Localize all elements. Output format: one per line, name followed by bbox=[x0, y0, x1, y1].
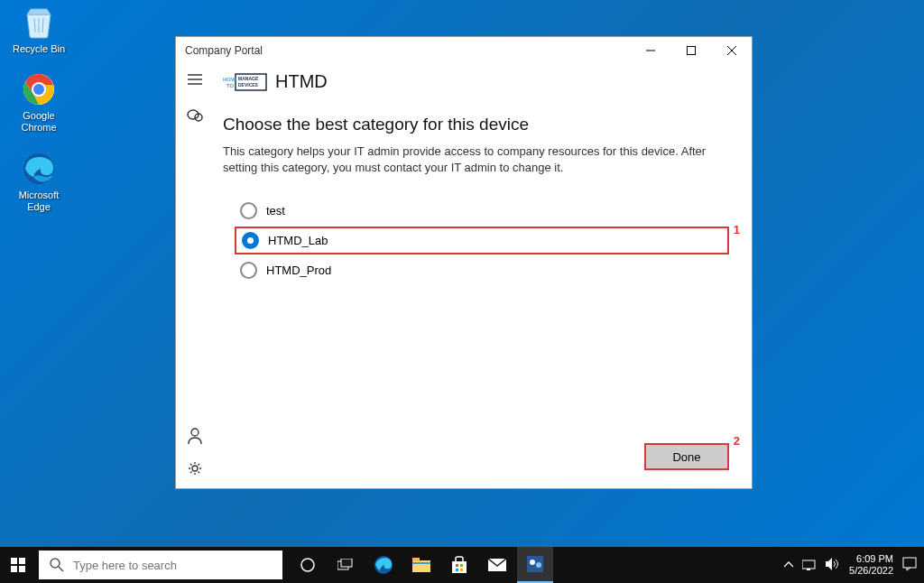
tray-icons bbox=[784, 558, 840, 572]
taskbar-mail[interactable] bbox=[479, 547, 515, 583]
svg-point-41 bbox=[536, 562, 541, 568]
svg-rect-36 bbox=[456, 569, 458, 571]
svg-rect-33 bbox=[452, 561, 467, 573]
svg-rect-35 bbox=[460, 564, 463, 567]
tray-notifications-icon[interactable] bbox=[902, 557, 917, 573]
svg-line-25 bbox=[59, 567, 63, 571]
svg-rect-21 bbox=[19, 558, 25, 564]
content-area: MANAGEDEVICESHOWTO HTMD Choose the best … bbox=[214, 64, 752, 488]
svg-rect-44 bbox=[903, 558, 916, 568]
icon-label: Microsoft Edge bbox=[7, 190, 70, 213]
radio-option-test[interactable]: test bbox=[235, 199, 729, 223]
page-title: Choose the best category for this device bbox=[223, 115, 729, 134]
tray-network-icon[interactable] bbox=[802, 558, 817, 572]
svg-text:HOW: HOW bbox=[223, 77, 236, 82]
svg-rect-34 bbox=[456, 564, 458, 567]
close-button[interactable] bbox=[711, 37, 752, 64]
annotation-1: 1 bbox=[734, 223, 740, 236]
done-button[interactable]: Done bbox=[644, 443, 729, 470]
radio-option-htmd-lab[interactable]: HTMD_Lab 1 bbox=[235, 227, 729, 254]
svg-rect-31 bbox=[412, 558, 420, 561]
svg-point-13 bbox=[191, 429, 199, 436]
radio-icon bbox=[240, 202, 257, 219]
svg-point-14 bbox=[192, 466, 198, 471]
radio-label: HTMD_Prod bbox=[266, 264, 331, 277]
start-button[interactable] bbox=[0, 547, 36, 583]
edge-icon bbox=[21, 151, 57, 187]
devices-icon[interactable] bbox=[187, 107, 203, 125]
gear-icon[interactable] bbox=[188, 461, 202, 479]
chrome-icon bbox=[21, 71, 57, 107]
desktop-icon-edge[interactable]: Microsoft Edge bbox=[7, 151, 70, 213]
taskbar-explorer[interactable] bbox=[403, 547, 439, 583]
taskbar-apps bbox=[290, 547, 553, 583]
icon-label: Google Chrome bbox=[7, 110, 70, 134]
svg-rect-20 bbox=[11, 558, 17, 564]
sidebar bbox=[176, 64, 214, 488]
window-body: MANAGEDEVICESHOWTO HTMD Choose the best … bbox=[176, 64, 752, 488]
svg-rect-28 bbox=[341, 559, 352, 567]
tray-chevron-icon[interactable] bbox=[784, 560, 793, 570]
radio-icon bbox=[240, 262, 257, 279]
window-controls bbox=[630, 37, 752, 64]
user-icon[interactable] bbox=[188, 428, 202, 448]
taskbar: 6:09 PM 5/26/2022 bbox=[0, 547, 924, 583]
category-radio-group: test HTMD_Lab 1 HTMD_Prod bbox=[223, 199, 729, 282]
svg-point-2 bbox=[33, 84, 44, 95]
search-input[interactable] bbox=[73, 559, 272, 572]
desktop-icons: Recycle Bin Google Chrome Microsoft Edge bbox=[7, 5, 70, 213]
app-header: MANAGEDEVICESHOWTO HTMD bbox=[223, 71, 729, 92]
svg-rect-37 bbox=[460, 569, 463, 571]
svg-point-40 bbox=[530, 560, 535, 565]
taskbar-taskview[interactable] bbox=[328, 547, 364, 583]
button-row: 2 Done bbox=[223, 443, 729, 470]
svg-text:TO: TO bbox=[226, 83, 235, 88]
taskbar-edge[interactable] bbox=[365, 547, 402, 583]
tray-volume-icon[interactable] bbox=[826, 558, 840, 572]
taskbar-cortana[interactable] bbox=[290, 547, 326, 583]
recycle-bin-icon bbox=[21, 5, 57, 41]
hamburger-icon[interactable] bbox=[188, 73, 202, 89]
taskbar-store[interactable] bbox=[441, 547, 477, 583]
radio-label: HTMD_Lab bbox=[268, 234, 328, 247]
page-description: This category helps your IT admin provid… bbox=[223, 143, 729, 176]
svg-rect-32 bbox=[412, 562, 430, 564]
svg-rect-42 bbox=[802, 560, 815, 569]
svg-text:DEVICES: DEVICES bbox=[238, 82, 259, 88]
search-icon bbox=[50, 558, 64, 572]
svg-rect-5 bbox=[687, 47, 695, 55]
window-title: Company Portal bbox=[185, 44, 263, 57]
tray-clock[interactable]: 6:09 PM 5/26/2022 bbox=[849, 553, 893, 577]
radio-label: test bbox=[266, 204, 285, 217]
system-tray: 6:09 PM 5/26/2022 bbox=[784, 553, 924, 577]
radio-option-htmd-prod[interactable]: HTMD_Prod bbox=[235, 258, 729, 282]
radio-icon bbox=[242, 232, 259, 249]
app-name: HTMD bbox=[275, 71, 328, 92]
tray-date: 5/26/2022 bbox=[849, 565, 893, 577]
company-portal-window: Company Portal MANAGEDEVICESHOWTO HTMD bbox=[175, 36, 753, 489]
tray-time: 6:09 PM bbox=[849, 553, 893, 565]
svg-point-24 bbox=[51, 559, 60, 568]
desktop-icon-recycle-bin[interactable]: Recycle Bin bbox=[7, 5, 70, 55]
taskbar-company-portal[interactable] bbox=[517, 547, 553, 583]
svg-point-26 bbox=[301, 559, 314, 571]
icon-label: Recycle Bin bbox=[13, 43, 65, 55]
svg-rect-22 bbox=[11, 566, 17, 572]
titlebar[interactable]: Company Portal bbox=[176, 37, 752, 64]
maximize-button[interactable] bbox=[670, 37, 711, 64]
svg-rect-30 bbox=[412, 560, 430, 572]
app-logo: MANAGEDEVICESHOWTO bbox=[223, 72, 268, 92]
search-box[interactable] bbox=[39, 551, 282, 579]
annotation-2: 2 bbox=[734, 434, 740, 448]
svg-rect-43 bbox=[807, 569, 810, 570]
svg-rect-23 bbox=[19, 566, 25, 572]
minimize-button[interactable] bbox=[630, 37, 670, 64]
desktop-icon-chrome[interactable]: Google Chrome bbox=[7, 71, 70, 134]
svg-text:MANAGE: MANAGE bbox=[238, 76, 259, 81]
